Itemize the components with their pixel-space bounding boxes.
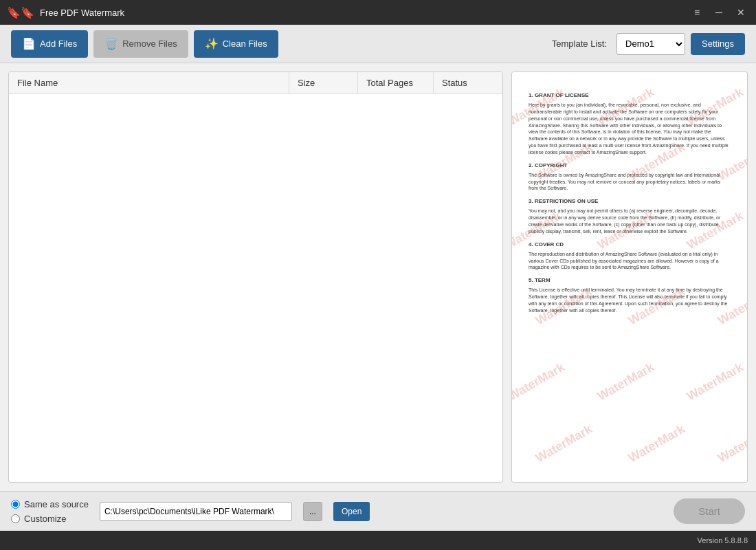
section-body: The Software is owned by AmazingShare an… [529, 172, 731, 192]
bottom-bar: Same as source Customize ... Open Start [0, 491, 756, 531]
column-header-status: Status [434, 72, 502, 94]
menu-button[interactable]: ≡ [689, 4, 705, 21]
section-body: You may not, and you may not permit othe… [529, 208, 731, 234]
file-table-body [9, 94, 502, 482]
output-options: Same as source Customize [11, 499, 89, 524]
section-body: Here by grants to you (an individual), t… [529, 102, 731, 155]
file-panel: File Name Size Total Pages Status [8, 72, 503, 483]
same-as-source-radio[interactable] [11, 500, 20, 509]
app-title: Free PDF Watermark [40, 8, 689, 18]
same-as-source-label: Same as source [24, 499, 89, 509]
remove-files-label: Remove Files [122, 38, 177, 49]
file-table-header: File Name Size Total Pages Status [9, 72, 502, 94]
customize-option[interactable]: Customize [11, 514, 89, 524]
close-button[interactable]: ✕ [733, 4, 749, 21]
add-files-button[interactable]: 📄 Add Files [11, 30, 88, 58]
clean-files-button[interactable]: ✨ Clean Files [194, 30, 278, 58]
section-heading: 4. COVER CD [529, 241, 731, 248]
section-heading: 1. GRANT OF LICENSE [529, 91, 731, 99]
app-logo-icon: 🔖 [7, 6, 34, 19]
clean-files-label: Clean Files [223, 38, 267, 49]
toolbar: 📄 Add Files 🗑️ Remove Files ✨ Clean File… [0, 25, 756, 63]
template-list-label: Template List: [552, 38, 607, 49]
window-controls: ≡ ─ ✕ [689, 4, 749, 21]
clean-files-icon: ✨ [205, 37, 219, 50]
column-header-name: File Name [9, 72, 289, 94]
preview-document: 1. GRANT OF LICENSEHere by grants to you… [512, 72, 747, 482]
preview-content: 1. GRANT OF LICENSEHere by grants to you… [512, 72, 747, 482]
section-heading: 2. COPYRIGHT [529, 162, 731, 169]
output-path-input[interactable] [100, 502, 292, 521]
open-button[interactable]: Open [333, 502, 370, 521]
main-content: File Name Size Total Pages Status 1. GRA… [0, 63, 756, 491]
section-heading: 5. TERM [529, 276, 731, 284]
section-body: This License is effective until terminat… [529, 287, 731, 314]
section-body: The reproduction and distribution of Ama… [529, 251, 731, 271]
customize-label: Customize [24, 514, 66, 524]
titlebar: 🔖 Free PDF Watermark ≡ ─ ✕ [0, 0, 756, 25]
remove-files-icon: 🗑️ [104, 37, 118, 50]
same-as-source-option[interactable]: Same as source [11, 499, 89, 509]
settings-button[interactable]: Settings [691, 33, 745, 55]
customize-radio[interactable] [11, 514, 20, 523]
add-files-label: Add Files [40, 38, 77, 49]
browse-button[interactable]: ... [303, 502, 322, 521]
column-header-size: Size [289, 72, 358, 94]
preview-panel: 1. GRANT OF LICENSEHere by grants to you… [511, 72, 748, 483]
remove-files-button[interactable]: 🗑️ Remove Files [93, 30, 188, 58]
minimize-button[interactable]: ─ [711, 4, 727, 21]
statusbar: Version 5.8.8.8 [0, 531, 756, 550]
section-heading: 3. RESTRICTIONS ON USE [529, 197, 731, 205]
version-text: Version 5.8.8.8 [698, 536, 748, 544]
template-select[interactable]: Demo1 Demo2 Demo3 [616, 33, 685, 55]
column-header-pages: Total Pages [358, 72, 434, 94]
start-button[interactable]: Start [674, 498, 745, 524]
add-files-icon: 📄 [22, 37, 36, 50]
